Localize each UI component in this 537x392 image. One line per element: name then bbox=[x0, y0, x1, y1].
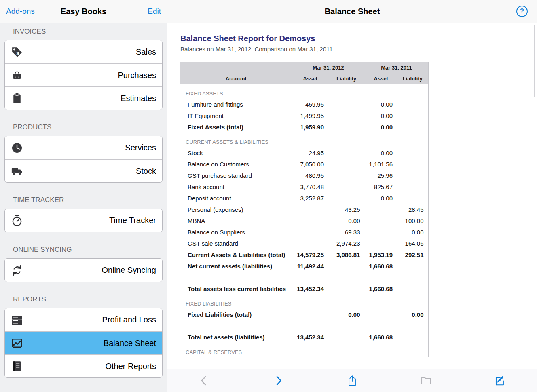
value-cell: 13,452.34 bbox=[292, 331, 328, 343]
account-cell: CURRENT ASSETS & LIABILITIES bbox=[180, 133, 292, 147]
value-cell: 0.00 bbox=[365, 121, 397, 133]
sidebar-item-label: Stock bbox=[25, 166, 156, 176]
table-total-row: Fixed Liabilities (total)0.000.00 bbox=[180, 309, 428, 320]
account-cell: Net current assets (liabilities) bbox=[180, 260, 292, 272]
value-cell: 1,953.19 bbox=[365, 249, 397, 260]
sidebar-section-header-products: PRODUCTS bbox=[13, 123, 163, 131]
folder-button[interactable] bbox=[417, 372, 435, 390]
chevron-left-icon bbox=[199, 375, 210, 386]
value-cell bbox=[292, 309, 328, 320]
value-cell bbox=[328, 343, 365, 357]
back-button[interactable] bbox=[195, 372, 213, 390]
sidebar-item-sales[interactable]: $Sales bbox=[5, 40, 162, 63]
sidebar-item-label: Time Tracker bbox=[25, 216, 156, 225]
content-scrollbar[interactable] bbox=[534, 25, 535, 97]
balance-sheet-table: Mar 31, 2012 Mar 31, 2011 Account Asset … bbox=[180, 62, 429, 357]
sidebar-item-label: Online Syncing bbox=[25, 266, 156, 275]
header-account: Account bbox=[180, 73, 292, 84]
value-cell: 0.00 bbox=[365, 99, 397, 110]
account-cell: Current Assets & Liabilities (total) bbox=[180, 249, 292, 260]
table-spacer-row bbox=[180, 272, 428, 283]
account-cell: Bank account bbox=[180, 181, 292, 192]
line-chart-icon bbox=[11, 337, 25, 350]
value-cell: 25.96 bbox=[365, 170, 397, 181]
value-cell bbox=[328, 158, 365, 170]
compose-icon bbox=[495, 375, 506, 386]
value-cell: 14,579.25 bbox=[292, 249, 328, 260]
sidebar-sections: INVOICES$SalesPurchasesEstimatesPRODUCTS… bbox=[0, 23, 167, 392]
sidebar-item-balance-sheet[interactable]: Balance Sheet bbox=[5, 331, 162, 354]
clipboard-icon bbox=[11, 92, 25, 105]
sidebar-group-reports: Profit and LossBalance SheetOther Report… bbox=[4, 308, 163, 378]
sidebar-item-purchases[interactable]: Purchases bbox=[5, 63, 162, 86]
sidebar-section-header-reports: REPORTS bbox=[13, 295, 163, 303]
table-section-row: CURRENT ASSETS & LIABILITIES bbox=[180, 133, 428, 147]
value-cell bbox=[365, 309, 397, 320]
value-cell bbox=[292, 204, 328, 215]
sidebar-item-estimates[interactable]: Estimates bbox=[5, 86, 162, 110]
table-data-row: Deposit account3,252.870.00 bbox=[180, 192, 428, 204]
table-total-row: Net current assets (liabilities)11,492.4… bbox=[180, 260, 428, 272]
compose-button[interactable] bbox=[491, 372, 509, 390]
value-cell: 0.00 bbox=[328, 309, 365, 320]
value-cell bbox=[397, 99, 428, 110]
value-cell bbox=[328, 181, 365, 192]
value-cell: 292.51 bbox=[397, 249, 428, 260]
basket-icon bbox=[11, 69, 25, 82]
table-data-row: Bank account3,770.48825.67 bbox=[180, 181, 428, 192]
report-table-body: FIXED ASSETSFurniture and fittings459.95… bbox=[180, 84, 428, 357]
value-cell: 1,101.56 bbox=[365, 158, 397, 170]
value-cell bbox=[328, 272, 365, 283]
account-cell bbox=[180, 272, 292, 283]
value-cell bbox=[328, 331, 365, 343]
value-cell: 1,959.90 bbox=[292, 121, 328, 133]
value-cell: 825.67 bbox=[365, 181, 397, 192]
sidebar-item-time-tracker[interactable]: Time Tracker bbox=[5, 209, 162, 232]
truck-icon bbox=[11, 164, 25, 177]
sidebar-item-other-reports[interactable]: Other Reports bbox=[5, 354, 162, 377]
sidebar-item-online-syncing[interactable]: Online Syncing bbox=[5, 259, 162, 282]
account-cell: GST purchase standard bbox=[180, 170, 292, 181]
sidebar-item-services[interactable]: Services bbox=[5, 136, 162, 159]
table-data-row: Stock24.950.00 bbox=[180, 147, 428, 158]
easy-books-app: Add-ons Easy Books Edit INVOICES$SalesPu… bbox=[0, 0, 537, 392]
sidebar-item-profit-and-loss[interactable]: Profit and Loss bbox=[5, 308, 162, 331]
value-cell bbox=[292, 84, 328, 99]
share-button[interactable] bbox=[343, 372, 361, 390]
header-liability-2011: Liability bbox=[397, 73, 428, 84]
newspaper-icon bbox=[11, 314, 25, 327]
table-data-row: MBNA0.00100.00 bbox=[180, 215, 428, 226]
price-tag-icon: $ bbox=[11, 46, 25, 59]
value-cell bbox=[365, 272, 397, 283]
sidebar-section-header-invoices: INVOICES bbox=[13, 27, 163, 36]
sidebar-group-online-syncing: Online Syncing bbox=[4, 258, 163, 282]
forward-button[interactable] bbox=[269, 372, 287, 390]
table-header-columns-row: Account Asset Liability Asset Liability bbox=[180, 73, 428, 84]
table-data-row: Furniture and fittings459.950.00 bbox=[180, 99, 428, 110]
sidebar-item-label: Sales bbox=[25, 47, 156, 57]
value-cell: 0.00 bbox=[365, 110, 397, 121]
value-cell bbox=[292, 320, 328, 331]
table-data-row: GST sale standard2,974.23164.06 bbox=[180, 238, 428, 249]
help-button[interactable]: ? bbox=[516, 6, 528, 17]
value-cell: 0.00 bbox=[365, 192, 397, 204]
value-cell: 100.00 bbox=[397, 215, 428, 226]
notebook-icon bbox=[11, 360, 25, 373]
value-cell: 0.00 bbox=[328, 215, 365, 226]
header-asset-2011: Asset bbox=[365, 73, 397, 84]
value-cell: 24.95 bbox=[292, 147, 328, 158]
value-cell: 1,660.68 bbox=[365, 331, 397, 343]
sidebar-item-stock[interactable]: Stock bbox=[5, 159, 162, 182]
add-ons-button[interactable]: Add-ons bbox=[6, 7, 35, 16]
value-cell bbox=[292, 226, 328, 238]
sidebar-item-label: Purchases bbox=[25, 71, 156, 80]
account-cell: FIXED LIABILITIES bbox=[180, 294, 292, 309]
value-cell: 164.06 bbox=[397, 238, 428, 249]
sidebar-group-products: ServicesStock bbox=[4, 136, 163, 183]
edit-button[interactable]: Edit bbox=[148, 7, 161, 16]
account-cell: Stock bbox=[180, 147, 292, 158]
value-cell bbox=[328, 84, 365, 99]
account-cell bbox=[180, 320, 292, 331]
value-cell bbox=[397, 331, 428, 343]
value-cell bbox=[397, 192, 428, 204]
